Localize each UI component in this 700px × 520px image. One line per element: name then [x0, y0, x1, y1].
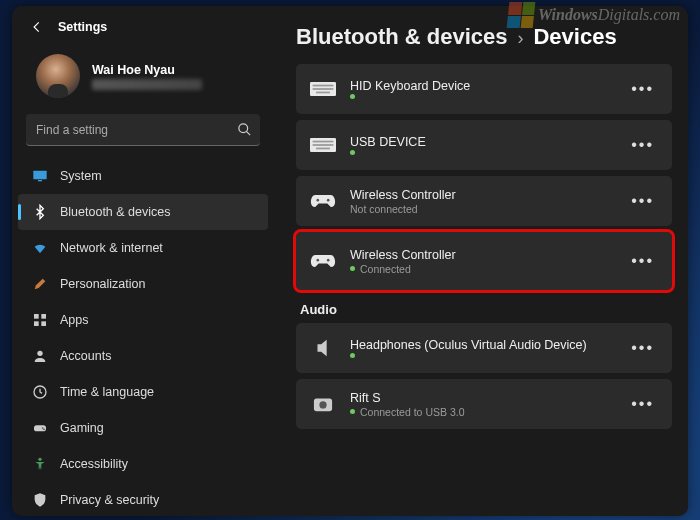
breadcrumb: Bluetooth & devices › Devices [296, 24, 672, 50]
back-button[interactable] [30, 20, 44, 34]
nav-item-privacy-security[interactable]: Privacy & security [18, 482, 268, 516]
device-card[interactable]: Wireless Controller Not connected ••• [296, 176, 672, 226]
device-status: Not connected [350, 203, 613, 215]
svg-point-7 [37, 351, 42, 356]
person-icon [32, 348, 48, 364]
svg-point-21 [317, 199, 320, 202]
svg-rect-20 [316, 148, 330, 150]
device-status: Connected to USB 3.0 [350, 406, 613, 418]
sidebar: Settings Wai Hoe Nyau SystemBluetooth & … [12, 6, 274, 516]
nav-item-gaming[interactable]: Gaming [18, 410, 268, 446]
svg-rect-18 [313, 141, 334, 143]
status-dot-icon [350, 409, 355, 414]
audio-section-header: Audio [300, 302, 672, 317]
gamepad-icon [32, 420, 48, 436]
device-name: HID Keyboard Device [350, 79, 613, 93]
device-card[interactable]: Headphones (Oculus Virtual Audio Device)… [296, 323, 672, 373]
more-options-button[interactable]: ••• [627, 335, 658, 361]
device-status [350, 150, 613, 155]
svg-rect-6 [41, 321, 46, 326]
device-card[interactable]: HID Keyboard Device ••• [296, 64, 672, 114]
device-name: USB DEVICE [350, 135, 613, 149]
devices-list: HID Keyboard Device ••• USB DEVICE ••• W… [296, 64, 672, 290]
camera-icon [310, 393, 336, 415]
svg-rect-15 [313, 88, 334, 90]
nav-item-accounts[interactable]: Accounts [18, 338, 268, 374]
controller-icon [310, 190, 336, 212]
back-arrow-icon [30, 20, 44, 34]
nav-label: Accounts [60, 349, 111, 363]
paint-icon [32, 276, 48, 292]
nav-item-personalization[interactable]: Personalization [18, 266, 268, 302]
device-name: Wireless Controller [350, 248, 613, 262]
status-dot-icon [350, 94, 355, 99]
nav-item-apps[interactable]: Apps [18, 302, 268, 338]
settings-window: Settings Wai Hoe Nyau SystemBluetooth & … [12, 6, 688, 516]
status-dot-icon [350, 353, 355, 358]
speaker-icon [310, 337, 336, 359]
status-dot-icon [350, 266, 355, 271]
nav-label: Network & internet [60, 241, 163, 255]
svg-rect-2 [38, 180, 42, 181]
svg-point-0 [239, 124, 248, 133]
device-name: Headphones (Oculus Virtual Audio Device) [350, 338, 613, 352]
nav-item-system[interactable]: System [18, 158, 268, 194]
monitor-icon [32, 168, 48, 184]
svg-point-24 [327, 259, 330, 262]
nav-item-accessibility[interactable]: Accessibility [18, 446, 268, 482]
nav-item-network-internet[interactable]: Network & internet [18, 230, 268, 266]
nav-item-time-language[interactable]: Time & language [18, 374, 268, 410]
more-options-button[interactable]: ••• [627, 248, 658, 274]
keyboard-icon [310, 78, 336, 100]
app-title: Settings [58, 20, 107, 34]
keyboard-icon [310, 134, 336, 156]
svg-rect-5 [34, 321, 39, 326]
device-card[interactable]: Wireless Controller Connected ••• [296, 232, 672, 290]
wifi-icon [32, 240, 48, 256]
search-input[interactable] [36, 123, 237, 137]
device-name: Rift S [350, 391, 613, 405]
more-options-button[interactable]: ••• [627, 391, 658, 417]
clock-icon [32, 384, 48, 400]
svg-point-11 [43, 428, 45, 430]
nav-label: System [60, 169, 102, 183]
user-name: Wai Hoe Nyau [92, 63, 202, 77]
svg-rect-14 [313, 85, 334, 87]
device-card[interactable]: Rift S Connected to USB 3.0 ••• [296, 379, 672, 429]
svg-point-12 [38, 458, 41, 461]
user-profile[interactable]: Wai Hoe Nyau [12, 46, 274, 114]
nav-label: Bluetooth & devices [60, 205, 171, 219]
nav-label: Accessibility [60, 457, 128, 471]
svg-rect-9 [34, 425, 46, 431]
device-name: Wireless Controller [350, 188, 613, 202]
status-dot-icon [350, 150, 355, 155]
accessibility-icon [32, 456, 48, 472]
svg-point-23 [317, 259, 320, 262]
svg-rect-4 [41, 314, 46, 319]
device-status: Connected [350, 263, 613, 275]
search-box[interactable] [26, 114, 260, 146]
svg-rect-19 [313, 144, 334, 146]
nav-label: Apps [60, 313, 89, 327]
nav-item-bluetooth-devices[interactable]: Bluetooth & devices [18, 194, 268, 230]
nav-label: Time & language [60, 385, 154, 399]
controller-icon [310, 250, 336, 272]
user-email-redacted [92, 79, 202, 90]
more-options-button[interactable]: ••• [627, 188, 658, 214]
svg-point-22 [327, 199, 330, 202]
nav-label: Personalization [60, 277, 145, 291]
svg-point-10 [42, 427, 44, 429]
device-card[interactable]: USB DEVICE ••• [296, 120, 672, 170]
bluetooth-icon [32, 204, 48, 220]
breadcrumb-parent[interactable]: Bluetooth & devices [296, 24, 507, 50]
apps-icon [32, 312, 48, 328]
avatar [36, 54, 80, 98]
more-options-button[interactable]: ••• [627, 132, 658, 158]
breadcrumb-separator: › [517, 28, 523, 49]
nav-list: SystemBluetooth & devicesNetwork & inter… [12, 158, 274, 516]
nav-label: Privacy & security [60, 493, 159, 507]
device-status [350, 94, 613, 99]
audio-list: Headphones (Oculus Virtual Audio Device)… [296, 323, 672, 429]
more-options-button[interactable]: ••• [627, 76, 658, 102]
shield-icon [32, 492, 48, 508]
